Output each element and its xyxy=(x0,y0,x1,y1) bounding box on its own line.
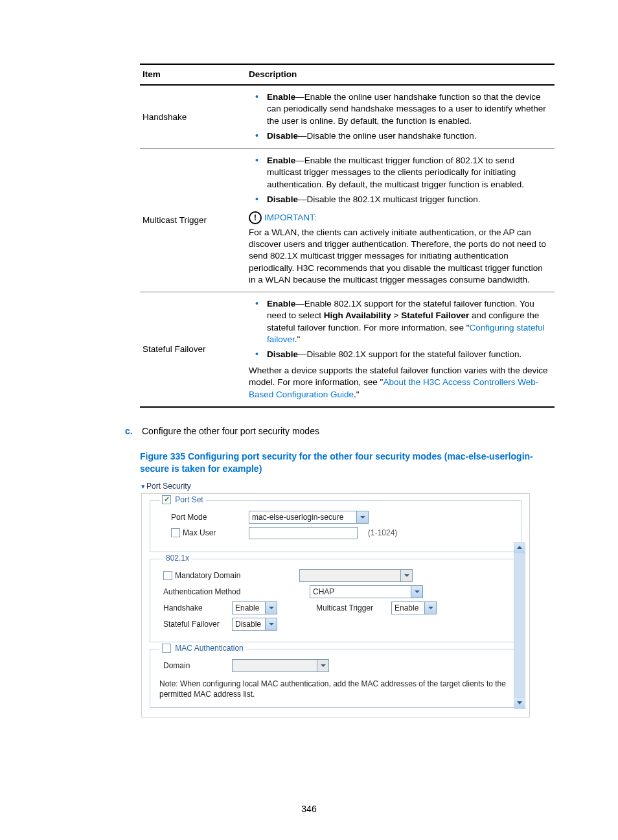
scrollbar[interactable] xyxy=(514,542,525,709)
item-handshake: Handshake xyxy=(140,85,246,148)
mandatory-domain-checkbox[interactable] xyxy=(163,571,172,580)
page-number: 346 xyxy=(0,804,618,814)
label-stateful-failover: Stateful Failover xyxy=(163,620,225,629)
chevron-down-icon xyxy=(411,586,422,598)
select-port-mode[interactable]: mac-else-userlogin-secure xyxy=(249,511,369,524)
scroll-down-button[interactable] xyxy=(514,697,525,708)
select-auth-method[interactable]: CHAP xyxy=(310,585,423,598)
table-row: Handshake Enable—Enable the online user … xyxy=(140,85,555,148)
col-header-description: Description xyxy=(246,64,555,85)
legend-mac-auth: MAC Authentication xyxy=(175,644,243,653)
select-stateful-failover[interactable]: Disable xyxy=(232,618,277,631)
label-multicast-trigger: Multicast Trigger xyxy=(316,603,385,612)
macauth-checkbox[interactable] xyxy=(162,644,171,653)
item-multicast-trigger: Multicast Trigger xyxy=(140,149,246,292)
chevron-down-icon xyxy=(356,511,368,523)
chevron-down-icon xyxy=(517,701,522,705)
legend-8021x: 802.1x xyxy=(163,554,192,563)
important-body: For a WLAN, the clients can actively ini… xyxy=(249,227,549,286)
table-row: Stateful Failover Enable—Enable 802.1X s… xyxy=(140,292,555,407)
step-text: Configure the other four port security m… xyxy=(142,426,319,436)
chevron-down-icon xyxy=(265,618,277,630)
step-c: c. Configure the other four port securit… xyxy=(125,426,553,436)
chevron-down-icon xyxy=(424,602,436,614)
table-row: Multicast Trigger Enable—Enable the mult… xyxy=(140,149,555,292)
important-label: ! IMPORTANT: xyxy=(249,211,549,224)
description-table: Item Description Handshake Enable—Enable… xyxy=(140,64,555,408)
select-multicast-trigger[interactable]: Enable xyxy=(391,601,437,614)
chevron-down-icon xyxy=(400,570,412,581)
alert-icon: ! xyxy=(249,211,262,224)
section-port-security[interactable]: Port Security xyxy=(141,482,530,491)
stateful-footer: Whether a device supports the stateful f… xyxy=(249,365,549,401)
step-marker: c. xyxy=(125,426,135,436)
select-domain[interactable] xyxy=(232,659,329,672)
portset-legend: Port Set xyxy=(175,495,203,504)
stateful-enable: Enable—Enable 802.1X support for the sta… xyxy=(262,297,549,347)
handshake-disable: Disable—Disable the online user handshak… xyxy=(262,129,549,144)
handshake-enable: Enable—Enable the online user handshake … xyxy=(262,90,549,129)
scroll-up-button[interactable] xyxy=(514,542,525,554)
label-max-user: Max User xyxy=(183,528,216,537)
chevron-up-icon xyxy=(517,546,522,549)
hint-max-user: (1-1024) xyxy=(368,528,397,537)
chevron-down-icon xyxy=(265,602,277,614)
label-domain: Domain xyxy=(163,661,225,670)
chevron-down-icon xyxy=(317,660,328,671)
multicast-disable: Disable—Disable the 802.1X multicast tri… xyxy=(262,192,549,207)
col-header-item: Item xyxy=(140,64,246,85)
label-port-mode: Port Mode xyxy=(171,513,242,522)
input-max-user[interactable] xyxy=(249,527,358,539)
mac-auth-note: Note: When configuring local MAC authent… xyxy=(159,679,512,699)
label-auth-method: Authentication Method xyxy=(163,587,303,596)
label-mandatory-domain: Mandatory Domain xyxy=(175,571,240,580)
figure-caption: Figure 335 Configuring port security for… xyxy=(140,450,553,475)
select-handshake[interactable]: Enable xyxy=(232,601,277,614)
scroll-track[interactable] xyxy=(514,554,525,697)
maxuser-checkbox[interactable] xyxy=(171,528,180,537)
portset-checkbox[interactable] xyxy=(162,495,171,504)
item-stateful-failover: Stateful Failover xyxy=(140,292,246,407)
multicast-enable: Enable—Enable the multicast trigger func… xyxy=(262,154,549,192)
label-handshake: Handshake xyxy=(163,603,225,612)
port-security-screenshot: Port Security Port Set Port Mode mac-els… xyxy=(141,482,530,718)
stateful-disable: Disable—Disable 802.1X support for the s… xyxy=(262,347,549,362)
select-mandatory-domain[interactable] xyxy=(299,569,413,582)
